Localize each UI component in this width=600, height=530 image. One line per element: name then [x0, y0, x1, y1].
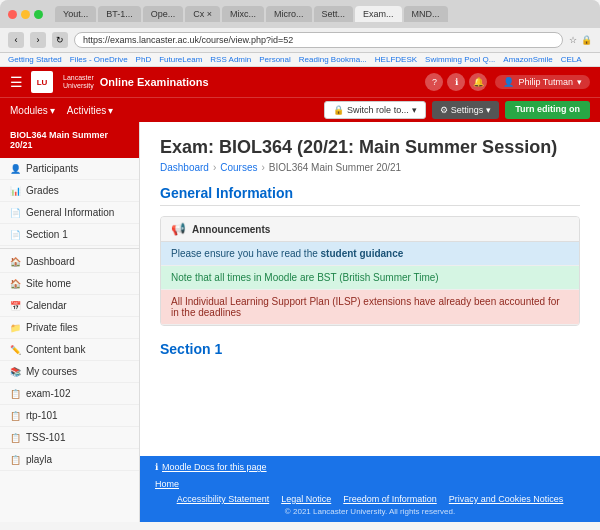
browser-titlebar: Yout... BT-1... Ope... Cx × Mixc... Micr…	[0, 0, 600, 28]
browser-toolbar: ‹ › ↻ https://exams.lancaster.ac.uk/cour…	[0, 28, 600, 53]
bookmark-phd[interactable]: PhD	[136, 55, 152, 64]
sidebar-item-general-info[interactable]: 📄 General Information	[0, 202, 139, 224]
university-name2: University	[63, 82, 94, 90]
sidebar-participants-label: Participants	[26, 163, 78, 174]
user-chevron-icon: ▾	[577, 77, 582, 87]
bookmark-reading[interactable]: Reading Bookma...	[299, 55, 367, 64]
close-window-button[interactable]	[8, 10, 17, 19]
sidebar-item-rtp-101[interactable]: 📋 rtp-101	[0, 405, 139, 427]
sidebar-general-info-label: General Information	[26, 207, 114, 218]
home-link[interactable]: Home	[155, 479, 179, 489]
nav-actions: 🔒 Switch role to... ▾ ⚙ Settings ▾ Turn …	[324, 101, 590, 119]
help-icon[interactable]: ?	[425, 73, 443, 91]
freedom-link[interactable]: Freedom of Information	[343, 494, 437, 504]
participants-icon: 👤	[10, 164, 21, 174]
bookmark-files[interactable]: Files - OneDrive	[70, 55, 128, 64]
logo-text: Lancaster University	[63, 74, 94, 89]
breadcrumb-courses[interactable]: Courses	[220, 162, 257, 173]
sidebar-item-grades[interactable]: 📊 Grades	[0, 180, 139, 202]
page-title: Exam: BIOL364 (20/21: Main Summer Sessio…	[160, 137, 580, 158]
sidebar-item-dashboard[interactable]: 🏠 Dashboard	[0, 251, 139, 273]
sidebar-item-calendar[interactable]: 📅 Calendar	[0, 295, 139, 317]
bookmark-personal[interactable]: Personal	[259, 55, 291, 64]
grades-icon: 📊	[10, 186, 21, 196]
content-layout: BIOL364 Main Summer 20/21 👤 Participants…	[0, 122, 600, 522]
forward-button[interactable]: ›	[30, 32, 46, 48]
minimize-window-button[interactable]	[21, 10, 30, 19]
tab-youtube[interactable]: Yout...	[55, 6, 96, 22]
settings-button[interactable]: ⚙ Settings ▾	[432, 101, 500, 119]
url-bar[interactable]: https://exams.lancaster.ac.uk/course/vie…	[74, 32, 563, 48]
bookmark-getting-started[interactable]: Getting Started	[8, 55, 62, 64]
tab-open[interactable]: Ope...	[143, 6, 184, 22]
bookmark-icon[interactable]: ☆	[569, 35, 577, 45]
moodle-docs-link[interactable]: Moodle Docs for this page	[162, 462, 267, 472]
user-name: Philip Tutman	[518, 77, 573, 87]
accessibility-link[interactable]: Accessibility Statement	[177, 494, 270, 504]
general-info-heading: General Information	[160, 185, 580, 206]
bookmark-futureleam[interactable]: FutureLeam	[159, 55, 202, 64]
bookmark-swimming[interactable]: Swimming Pool Q...	[425, 55, 495, 64]
tab-mnd[interactable]: MND...	[404, 6, 448, 22]
modules-menu[interactable]: Modules ▾	[10, 105, 55, 116]
section1-icon: 📄	[10, 230, 21, 240]
maximize-window-button[interactable]	[34, 10, 43, 19]
turn-editing-on-button[interactable]: Turn editing on	[505, 101, 590, 119]
bookmark-helpdesk[interactable]: HELFDESK	[375, 55, 417, 64]
tab-micro[interactable]: Micro...	[266, 6, 312, 22]
switch-role-button[interactable]: 🔒 Switch role to... ▾	[324, 101, 426, 119]
sidebar-item-site-home[interactable]: 🏠 Site home	[0, 273, 139, 295]
user-menu-button[interactable]: 👤 Philip Tutman ▾	[495, 75, 590, 89]
bookmark-amazon[interactable]: AmazonSmile	[503, 55, 552, 64]
sidebar-private-files-label: Private files	[26, 322, 78, 333]
nav-right: ? ℹ 🔔 👤 Philip Tutman ▾	[425, 73, 590, 91]
tss-101-icon: 📋	[10, 433, 21, 443]
exam-102-icon: 📋	[10, 389, 21, 399]
bell-icon[interactable]: 🔔	[469, 73, 487, 91]
bookmark-rss-admin[interactable]: RSS Admin	[210, 55, 251, 64]
legal-link[interactable]: Legal Notice	[281, 494, 331, 504]
sidebar-item-playa[interactable]: 📋 playlа	[0, 449, 139, 471]
tab-exam-active[interactable]: Exam...	[355, 6, 402, 22]
sidebar-my-courses-label: My courses	[26, 366, 77, 377]
browser-tabs: Yout... BT-1... Ope... Cx × Mixc... Micr…	[55, 6, 592, 22]
notice-ilsp: All Individual Learning Support Plan (IL…	[161, 290, 579, 325]
privacy-link[interactable]: Privacy and Cookies Notices	[449, 494, 564, 504]
back-button[interactable]: ‹	[8, 32, 24, 48]
sidebar-content-bank-label: Content bank	[26, 344, 86, 355]
site-title: Online Examinations	[100, 76, 209, 88]
dashboard-icon: 🏠	[10, 257, 21, 267]
breadcrumb: Dashboard › Courses › BIOL364 Main Summe…	[160, 162, 580, 173]
sidebar-item-exam-102[interactable]: 📋 exam-102	[0, 383, 139, 405]
announcements-icon: 📢	[171, 222, 186, 236]
sidebar-dashboard-label: Dashboard	[26, 256, 75, 267]
section1-heading: Section 1	[160, 341, 580, 357]
sidebar-item-content-bank[interactable]: ✏️ Content bank	[0, 339, 139, 361]
sidebar-item-tss-101[interactable]: 📋 TSS-101	[0, 427, 139, 449]
sidebar-item-private-files[interactable]: 📁 Private files	[0, 317, 139, 339]
announcements-header: 📢 Announcements	[161, 217, 579, 242]
sidebar-course-title[interactable]: BIOL364 Main Summer 20/21	[0, 122, 139, 158]
secondary-navigation: Modules ▾ Activities ▾ 🔒 Switch role to.…	[0, 97, 600, 122]
tab-mixcloud[interactable]: Mixc...	[222, 6, 264, 22]
reload-button[interactable]: ↻	[52, 32, 68, 48]
activities-menu[interactable]: Activities ▾	[67, 105, 113, 116]
breadcrumb-sep1: ›	[213, 162, 216, 173]
info-icon[interactable]: ℹ	[447, 73, 465, 91]
my-courses-icon: 📚	[10, 367, 21, 377]
playa-icon: 📋	[10, 455, 21, 465]
bookmark-cela[interactable]: CELA	[561, 55, 582, 64]
tab-settings[interactable]: Sett...	[314, 6, 354, 22]
sidebar-item-participants[interactable]: 👤 Participants	[0, 158, 139, 180]
notice-bst: Note that all times in Moodle are BST (B…	[161, 266, 579, 290]
hamburger-menu[interactable]: ☰	[10, 74, 23, 90]
modules-label: Modules	[10, 105, 48, 116]
sidebar-item-section1[interactable]: 📄 Section 1	[0, 224, 139, 246]
breadcrumb-dashboard[interactable]: Dashboard	[160, 162, 209, 173]
tab-cx[interactable]: Cx ×	[185, 6, 220, 22]
sidebar-item-my-courses[interactable]: 📚 My courses	[0, 361, 139, 383]
breadcrumb-sep2: ›	[262, 162, 265, 173]
extension-icon[interactable]: 🔒	[581, 35, 592, 45]
tab-bt[interactable]: BT-1...	[98, 6, 141, 22]
sidebar-grades-label: Grades	[26, 185, 59, 196]
